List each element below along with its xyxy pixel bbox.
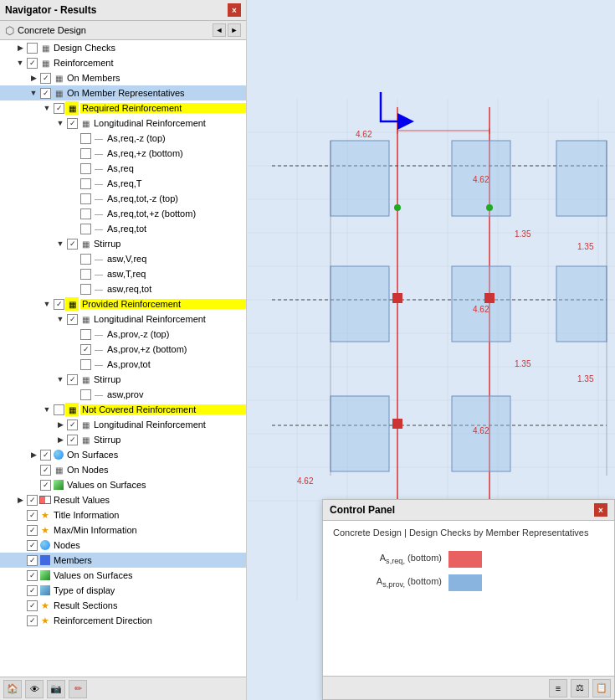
- navigator-close-button[interactable]: ×: [228, 3, 241, 17]
- expand-required-reinf[interactable]: ▼: [40, 101, 54, 115]
- checkbox-on-members[interactable]: [40, 73, 51, 84]
- expand-result-values[interactable]: ▶: [13, 493, 27, 507]
- checkbox-values-on-surfaces-bottom[interactable]: [27, 570, 38, 581]
- expand-long-reinf-req[interactable]: ▼: [54, 116, 67, 130]
- checkbox-values-on-surfaces[interactable]: [40, 480, 51, 491]
- checkbox-as-req-z-top[interactable]: [80, 133, 91, 144]
- checkbox-asw-v-req[interactable]: [80, 254, 91, 265]
- tree-item-as-req-tot[interactable]: — As,req,tot: [0, 221, 246, 236]
- toolbar-camera-button[interactable]: 📷: [47, 680, 65, 698]
- checkbox-as-prov-z-top[interactable]: [80, 329, 91, 340]
- tree-item-as-prov-tot[interactable]: — As,prov,tot: [0, 357, 246, 372]
- checkbox-type-of-display[interactable]: [27, 585, 38, 596]
- tree-item-as-req-t[interactable]: — As,req,T: [0, 176, 246, 191]
- expand-on-member-reps[interactable]: ▼: [27, 86, 40, 100]
- tree-item-stirrup-prov[interactable]: ▼ ▦ Stirrup: [0, 372, 246, 387]
- expand-not-covered-reinf[interactable]: ▼: [40, 403, 54, 416]
- checkbox-members[interactable]: [27, 555, 38, 566]
- checkbox-long-reinf-req[interactable]: [67, 118, 78, 129]
- cp-footer-btn-2[interactable]: ⚖: [571, 679, 589, 697]
- tree-item-long-reinf-prov[interactable]: ▼ ▦ Longitudinal Reinforcement: [0, 311, 246, 327]
- checkbox-asw-req-tot[interactable]: [80, 284, 91, 295]
- tree-item-as-req-tot-z-bottom[interactable]: — As,req,tot,+z (bottom): [0, 206, 246, 221]
- checkbox-as-req-tot-z-bottom[interactable]: [80, 208, 91, 219]
- tree-item-nodes[interactable]: Nodes: [0, 538, 246, 553]
- tree-item-on-members[interactable]: ▶ ▦ On Members: [0, 70, 246, 85]
- checkbox-stirrup-nc[interactable]: [67, 435, 78, 445]
- tree-item-required-reinforcement[interactable]: ▼ ▦ Required Reinforcement: [0, 100, 246, 116]
- checkbox-nodes[interactable]: [27, 540, 38, 551]
- checkbox-as-req-tot-z-top[interactable]: [80, 193, 91, 204]
- tree-item-values-on-surfaces-bottom[interactable]: Values on Surfaces: [0, 568, 246, 583]
- checkbox-as-req-tot[interactable]: [80, 224, 91, 234]
- checkbox-as-prov-z-bottom[interactable]: [80, 344, 91, 355]
- tree-item-on-nodes[interactable]: ▦ On Nodes: [0, 462, 246, 477]
- checkbox-on-surfaces[interactable]: [40, 450, 51, 461]
- tree-item-maxmin-information[interactable]: ★ Max/Min Information: [0, 522, 246, 538]
- nav-arrow-left[interactable]: ◄: [213, 23, 226, 37]
- expand-stirrup-prov[interactable]: ▼: [54, 373, 67, 386]
- cp-footer-btn-1[interactable]: ≡: [549, 679, 567, 697]
- tree-item-on-surfaces[interactable]: ▶ On Surfaces: [0, 447, 246, 462]
- tree-item-provided-reinforcement[interactable]: ▼ ▦ Provided Reinforcement: [0, 296, 246, 311]
- checkbox-as-prov-tot[interactable]: [80, 359, 91, 370]
- tree-item-as-req-tot-z-top[interactable]: — As,req,tot,-z (top): [0, 191, 246, 206]
- checkbox-on-member-reps[interactable]: [40, 88, 51, 99]
- checkbox-not-covered-reinf[interactable]: [54, 404, 64, 415]
- checkbox-title-info[interactable]: [27, 510, 38, 521]
- expand-long-reinf-prov[interactable]: ▼: [54, 312, 67, 326]
- expand-on-members[interactable]: ▶: [27, 71, 40, 85]
- tree-item-as-req-z-top[interactable]: — As,req,-z (top): [0, 131, 246, 146]
- tree-item-as-prov-z-bottom[interactable]: — As,prov,+z (bottom): [0, 342, 246, 357]
- checkbox-long-reinf-prov[interactable]: [67, 314, 78, 325]
- checkbox-result-values[interactable]: [27, 495, 38, 506]
- tree-item-design-checks[interactable]: ▶ ▦ Design Checks: [0, 40, 246, 55]
- tree-item-long-reinf-req[interactable]: ▼ ▦ Longitudinal Reinforcement: [0, 116, 246, 131]
- checkbox-result-sections[interactable]: [27, 600, 38, 611]
- checkbox-stirrup-req[interactable]: [67, 239, 78, 250]
- tree-item-asw-prov[interactable]: — asw,prov: [0, 387, 246, 402]
- expand-on-surfaces[interactable]: ▶: [27, 448, 40, 461]
- checkbox-reinforcement[interactable]: [27, 58, 38, 69]
- tree-item-stirrup-nc[interactable]: ▶ ▦ Stirrup: [0, 432, 246, 447]
- expand-stirrup-req[interactable]: ▼: [54, 237, 67, 250]
- tree-item-asw-req-tot[interactable]: — asw,req,tot: [0, 281, 246, 296]
- tree-item-reinforcement[interactable]: ▼ ▦ Reinforcement: [0, 55, 246, 70]
- toolbar-edit-button[interactable]: ✏: [69, 680, 87, 698]
- checkbox-required-reinf[interactable]: [54, 103, 64, 114]
- checkbox-asw-prov[interactable]: [80, 389, 91, 400]
- expand-design-checks[interactable]: ▶: [13, 41, 27, 54]
- tree-item-stirrup-req[interactable]: ▼ ▦ Stirrup: [0, 236, 246, 251]
- checkbox-on-nodes[interactable]: [40, 465, 51, 476]
- tree-item-result-sections[interactable]: ★ Result Sections: [0, 598, 246, 613]
- tree-item-type-of-display[interactable]: Type of display: [0, 583, 246, 598]
- tree-item-members[interactable]: Members: [0, 553, 246, 568]
- tree-item-on-member-representatives[interactable]: ▼ ▦ On Member Representatives: [0, 85, 246, 100]
- tree-item-as-req[interactable]: — As,req: [0, 161, 246, 176]
- toolbar-home-button[interactable]: 🏠: [3, 680, 22, 698]
- toolbar-eye-button[interactable]: 👁: [25, 680, 44, 698]
- tree-item-asw-v-req[interactable]: — asw,V,req: [0, 251, 246, 266]
- tree-item-title-information[interactable]: ★ Title Information: [0, 507, 246, 522]
- checkbox-long-reinf-nc[interactable]: [67, 419, 78, 430]
- checkbox-stirrup-prov[interactable]: [67, 374, 78, 385]
- expand-reinforcement[interactable]: ▼: [13, 56, 27, 69]
- nav-arrow-right[interactable]: ►: [228, 23, 241, 37]
- tree-item-not-covered-reinforcement[interactable]: ▼ ▦ Not Covered Reinforcement: [0, 402, 246, 417]
- cp-footer-btn-3[interactable]: 📋: [592, 679, 611, 697]
- tree-item-as-prov-z-top[interactable]: — As,prov,-z (top): [0, 327, 246, 342]
- tree-item-long-reinf-nc[interactable]: ▶ ▦ Longitudinal Reinforcement: [0, 417, 246, 432]
- control-panel-close-button[interactable]: ×: [594, 503, 607, 517]
- expand-stirrup-nc[interactable]: ▶: [54, 433, 67, 446]
- checkbox-as-req-z-bottom[interactable]: [80, 148, 91, 159]
- checkbox-maxmin-info[interactable]: [27, 525, 38, 536]
- tree-item-result-values[interactable]: ▶ Result Values: [0, 492, 246, 507]
- checkbox-design-checks[interactable]: [27, 43, 38, 54]
- tree-item-as-req-z-bottom[interactable]: — As,req,+z (bottom): [0, 146, 246, 161]
- tree-item-reinforcement-direction[interactable]: ★ Reinforcement Direction: [0, 613, 246, 628]
- checkbox-as-req[interactable]: [80, 163, 91, 174]
- tree-item-values-on-surfaces[interactable]: Values on Surfaces: [0, 477, 246, 492]
- expand-long-reinf-nc[interactable]: ▶: [54, 418, 67, 431]
- checkbox-provided-reinf[interactable]: [54, 299, 64, 310]
- tree-item-asw-t-req[interactable]: — asw,T,req: [0, 266, 246, 281]
